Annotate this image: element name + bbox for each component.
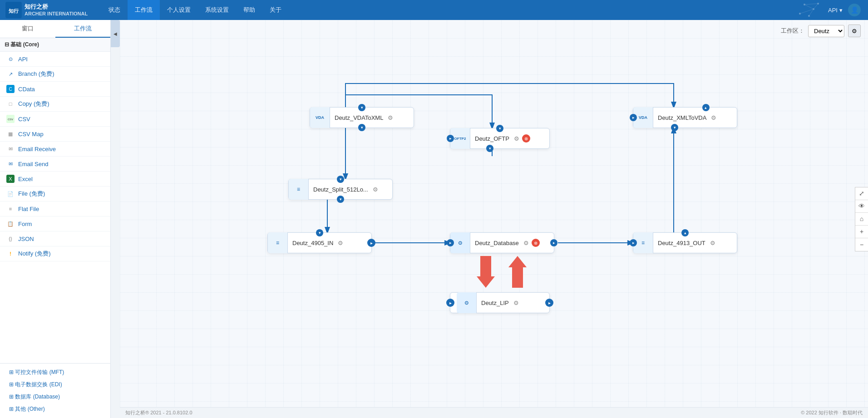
workspace-settings-button[interactable]: ⚙ <box>848 25 861 37</box>
sidebar-item-emailreceive[interactable]: ✉ Email Receive <box>0 142 110 157</box>
node-xmltovda-port-bottom[interactable]: ▾ <box>671 124 678 131</box>
node-lip[interactable]: ▸ ⊙ Deutz_LIP ⚙ ▸ <box>450 292 550 313</box>
node-vdatoxml-port-bottom[interactable]: ▾ <box>358 124 365 131</box>
node-vdatoxml-label: Deutz_VDAToXML <box>330 114 388 121</box>
node-4905in-port-right[interactable]: ▸ <box>367 239 375 247</box>
sidebar-item-csv[interactable]: csv CSV <box>0 112 110 127</box>
notify-icon: ! <box>6 250 15 258</box>
node-4913out-port-top[interactable]: ▴ <box>681 229 689 236</box>
sidebar-item-api[interactable]: ⊙ API <box>0 52 110 67</box>
node-4905in-port-top[interactable]: ▾ <box>316 229 323 236</box>
emailreceive-icon: ✉ <box>6 145 15 153</box>
canvas-topbar: 工作区： Deutz ⚙ <box>781 25 861 37</box>
node-xmltovda[interactable]: VDA Deutz_XMLToVDA ⚙ ▴ ▾ ▸ <box>633 107 737 128</box>
node-database[interactable]: ⊙ Deutz_Database ⚙ ⊗ ▸ ▸ <box>450 232 554 253</box>
workflow-canvas[interactable]: 工作区： Deutz ⚙ <box>120 20 868 418</box>
sidebar-group-other[interactable]: ⊞ 其他 (Other) <box>5 403 106 415</box>
sidebar-group-edi[interactable]: ⊞ 电子数据交换 (EDI) <box>5 379 106 391</box>
tool-eye-btn[interactable]: 👁 <box>855 200 868 213</box>
app-logo: 知行 知行之桥 ARCHER INTERNATIONAL <box>5 2 88 18</box>
canvas-grid <box>120 20 868 418</box>
copy-icon: □ <box>6 100 15 108</box>
node-oftp-port-bottom[interactable]: ▾ <box>486 145 493 152</box>
workspace-select[interactable]: Deutz <box>808 25 844 37</box>
branch-icon: ↗ <box>6 70 15 78</box>
sidebar-item-cdata[interactable]: C CData <box>0 82 110 97</box>
sidebar-item-json[interactable]: {} JSON <box>0 231 110 246</box>
nav-menu: 状态 工作流 个人设置 系统设置 帮助 关于 <box>101 0 289 20</box>
nav-help[interactable]: 帮助 <box>236 0 262 20</box>
sidebar-collapse-button[interactable]: ◀ <box>111 20 120 47</box>
node-oftp[interactable]: OFTP2 Deutz_OFTP ⚙ ⊗ ▸ ▾ ▾ <box>450 128 550 149</box>
svg-line-7 <box>804 4 818 5</box>
node-xmltovda-settings[interactable]: ⚙ <box>711 114 716 121</box>
node-split512[interactable]: ≡ Deutz_Split_512Lo... ⚙ ▾ ▾ <box>288 179 393 200</box>
tool-home-btn[interactable]: ⌂ <box>855 213 868 226</box>
node-xmltovda-port-left[interactable]: ▸ <box>630 114 637 121</box>
node-lip-port-right[interactable]: ▸ <box>545 299 553 307</box>
tool-fit-btn[interactable]: ⤢ <box>855 187 868 200</box>
tab-workflow[interactable]: 工作流 <box>55 20 111 38</box>
node-oftp-stop[interactable]: ⊗ <box>522 134 530 143</box>
nav-personal[interactable]: 个人设置 <box>160 0 198 20</box>
sidebar-footer: ⊞ 可控文件传输 (MFT) ⊞ 电子数据交换 (EDI) ⊞ 数据库 (Dat… <box>0 363 110 418</box>
node-lip-port-left[interactable]: ▸ <box>446 299 454 307</box>
node-database-settings[interactable]: ⚙ <box>523 240 529 246</box>
tool-zoom-out-btn[interactable]: − <box>855 238 868 251</box>
node-lip-icon: ⊙ <box>457 292 477 313</box>
red-arrows <box>477 256 527 288</box>
nav-status[interactable]: 状态 <box>101 0 128 20</box>
node-xmltovda-label: Deutz_XMLToVDA <box>653 114 711 121</box>
sidebar-item-notify[interactable]: ! Notify (免费) <box>0 246 110 261</box>
sidebar-item-excel[interactable]: X Excel <box>0 172 110 187</box>
svg-marker-13 <box>508 256 527 288</box>
node-database-stop[interactable]: ⊗ <box>532 239 540 247</box>
api-dropdown[interactable]: API ▾ <box>828 7 843 14</box>
sidebar-item-copy[interactable]: □ Copy (免费) <box>0 97 110 112</box>
node-4905in[interactable]: ≡ Deutz_4905_IN ⚙ ▸ ▾ <box>267 232 372 253</box>
node-split512-port-bottom[interactable]: ▾ <box>337 196 344 203</box>
node-vdatoxml-settings[interactable]: ⚙ <box>388 114 393 121</box>
node-4905in-label: Deutz_4905_IN <box>288 240 338 246</box>
tool-zoom-in-btn[interactable]: + <box>855 226 868 238</box>
svg-text:知行: 知行 <box>8 8 19 14</box>
sidebar-item-branch[interactable]: ↗ Branch (免费) <box>0 67 110 82</box>
flatfile-icon: ≡ <box>6 205 15 213</box>
node-oftp-settings[interactable]: ⚙ <box>514 135 519 142</box>
node-vdatoxml-port-top[interactable]: ▾ <box>358 104 365 111</box>
node-xmltovda-port-top[interactable]: ▴ <box>702 104 710 111</box>
sidebar: 窗口 工作流 ⊟ 基础 (Core) ⊙ API ↗ Branch (免费) C… <box>0 20 111 418</box>
sidebar-item-file[interactable]: 📄 File (免费) <box>0 187 110 202</box>
node-4905in-settings[interactable]: ⚙ <box>338 240 343 246</box>
node-vdatoxml[interactable]: VDA Deutz_VDAToXML ⚙ ▾ ▾ <box>310 107 414 128</box>
node-database-port-right[interactable]: ▸ <box>550 239 557 246</box>
sidebar-item-emailsend[interactable]: ✉ Email Send <box>0 157 110 172</box>
sidebar-item-csvmap[interactable]: ▦ CSV Map <box>0 127 110 142</box>
sidebar-item-flatfile[interactable]: ≡ Flat File <box>0 202 110 216</box>
sidebar-group-database[interactable]: ⊞ 数据库 (Database) <box>5 391 106 403</box>
node-4913out-settings[interactable]: ⚙ <box>710 240 715 246</box>
node-4913out-port-left[interactable]: ▸ <box>630 239 637 246</box>
node-4913out[interactable]: ≡ Deutz_4913_OUT ⚙ ▸ ▴ <box>633 232 737 253</box>
csvmap-icon: ▦ <box>6 130 15 138</box>
node-lip-settings[interactable]: ⚙ <box>513 300 519 306</box>
node-split512-settings[interactable]: ⚙ <box>373 186 378 193</box>
status-left: 知行之桥® 2021 - 21.0.8102.0 <box>125 409 192 416</box>
nav-about[interactable]: 关于 <box>262 0 289 20</box>
sidebar-group-mft[interactable]: ⊞ 可控文件传输 (MFT) <box>5 366 106 379</box>
node-database-port-left[interactable]: ▸ <box>447 239 454 246</box>
svg-line-5 <box>804 5 814 9</box>
svg-line-8 <box>809 9 814 16</box>
nav-workflow[interactable]: 工作流 <box>128 0 160 20</box>
node-oftp-port-left[interactable]: ▸ <box>447 135 454 142</box>
sidebar-item-form[interactable]: 📋 Form <box>0 216 110 231</box>
node-split512-port-top[interactable]: ▾ <box>337 176 344 183</box>
node-oftp-port-top[interactable]: ▾ <box>496 125 503 132</box>
sidebar-section-core[interactable]: ⊟ 基础 (Core) <box>0 38 110 52</box>
nav-system[interactable]: 系统设置 <box>198 0 236 20</box>
node-split512-label: Deutz_Split_512Lo... <box>309 186 373 193</box>
node-4913out-label: Deutz_4913_OUT <box>653 240 710 246</box>
node-lip-label: Deutz_LIP <box>477 300 513 306</box>
tab-panel[interactable]: 窗口 <box>0 20 55 38</box>
user-avatar[interactable]: 👤 <box>848 4 861 16</box>
